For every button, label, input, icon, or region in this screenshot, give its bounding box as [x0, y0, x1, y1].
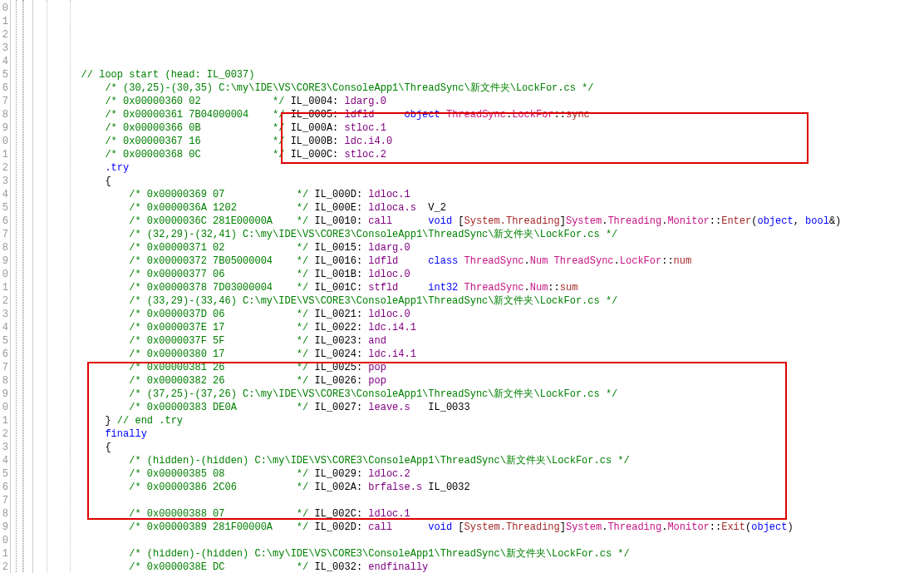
code-area[interactable]: // loop start (head: IL_0037) /* (30,25)… — [33, 0, 924, 573]
line-number: 7 — [0, 228, 8, 241]
line-number: 8 — [0, 241, 8, 254]
code-line[interactable]: /* 0x00000389 281F00000A */ IL_002D: cal… — [33, 521, 924, 534]
code-line[interactable]: /* (32,29)-(32,41) C:\my\IDE\VS\CORE3\Co… — [33, 228, 924, 241]
line-number: 5 — [0, 467, 8, 481]
code-line[interactable]: /* 0x00000382 26 */ IL_0026: pop — [33, 374, 924, 388]
line-number: 4 — [0, 55, 8, 68]
line-number: 7 — [0, 494, 8, 507]
line-number: 1 — [0, 148, 8, 161]
line-number: 5 — [0, 201, 8, 215]
line-number: 8 — [0, 507, 8, 521]
line-number: 1 — [0, 547, 8, 561]
code-line[interactable]: /* (33,29)-(33,46) C:\my\IDE\VS\CORE3\Co… — [33, 294, 924, 308]
code-line[interactable]: /* 0x00000383 DE0A */ IL_0027: leave.s I… — [33, 401, 924, 414]
line-number: 5 — [0, 68, 8, 82]
line-number: 3 — [0, 441, 8, 454]
code-line[interactable]: /* 0x00000380 17 */ IL_0024: ldc.i4.1 — [33, 348, 924, 361]
line-number: 9 — [0, 254, 8, 268]
code-line[interactable]: /* (30,25)-(30,35) C:\my\IDE\VS\CORE3\Co… — [33, 82, 924, 95]
code-line[interactable]: /* 0x0000037E 17 */ IL_0022: ldc.i4.1 — [33, 321, 924, 334]
code-line[interactable]: /* 0x00000361 7B04000004 */ IL_0005: ldf… — [33, 108, 924, 121]
line-number: 0 — [0, 401, 8, 414]
code-line[interactable]: /* 0x00000386 2C06 */ IL_002A: brfalse.s… — [33, 481, 924, 494]
code-line[interactable]: /* (hidden)-(hidden) C:\my\IDE\VS\CORE3\… — [33, 454, 924, 467]
code-line[interactable]: } // end .try — [33, 414, 924, 427]
code-line[interactable]: /* 0x00000366 0B */ IL_000A: stloc.1 — [33, 121, 924, 135]
line-number: 6 — [0, 82, 8, 95]
line-number: 1 — [0, 15, 8, 28]
line-number: 3 — [0, 308, 8, 321]
line-number: 1 — [0, 281, 8, 294]
code-editor[interactable]: 0123456789012345678901234567890123456789… — [0, 0, 924, 573]
line-number: 1 — [0, 414, 8, 427]
code-line[interactable]: /* 0x00000360 02 */ IL_0004: ldarg.0 — [33, 95, 924, 108]
code-line[interactable] — [33, 534, 924, 547]
code-line[interactable]: /* 0x00000378 7D03000004 */ IL_001C: stf… — [33, 281, 924, 294]
code-line[interactable] — [33, 494, 924, 507]
fold-margin — [10, 0, 33, 573]
line-number: 2 — [0, 427, 8, 441]
line-number: 0 — [0, 534, 8, 547]
code-line[interactable]: /* 0x00000368 0C */ IL_000C: stloc.2 — [33, 148, 924, 161]
code-line[interactable]: /* 0x00000372 7B05000004 */ IL_0016: ldf… — [33, 254, 924, 268]
code-line[interactable]: finally — [33, 427, 924, 441]
code-line[interactable]: /* 0x00000367 16 */ IL_000B: ldc.i4.0 — [33, 135, 924, 148]
line-number: 8 — [0, 108, 8, 121]
code-line[interactable]: /* 0x00000381 26 */ IL_0025: pop — [33, 361, 924, 374]
code-line[interactable]: .try — [33, 161, 924, 175]
line-number: 2 — [0, 561, 8, 573]
line-number: 0 — [0, 2, 8, 15]
code-line[interactable]: /* 0x0000036A 1202 */ IL_000E: ldloca.s … — [33, 201, 924, 215]
line-number: 9 — [0, 388, 8, 401]
line-number: 9 — [0, 121, 8, 135]
code-line[interactable]: { — [33, 175, 924, 188]
code-line[interactable]: /* (37,25)-(37,26) C:\my\IDE\VS\CORE3\Co… — [33, 388, 924, 401]
line-number: 3 — [0, 42, 8, 55]
code-line[interactable]: { — [33, 441, 924, 454]
line-number: 5 — [0, 334, 8, 348]
code-line[interactable]: /* 0x00000385 08 */ IL_0029: ldloc.2 — [33, 467, 924, 481]
line-number: 6 — [0, 481, 8, 494]
code-line[interactable]: /* 0x0000038E DC */ IL_0032: endfinally — [33, 561, 924, 573]
line-number-gutter: 0123456789012345678901234567890123456789… — [0, 0, 10, 573]
line-number: 4 — [0, 321, 8, 334]
line-number: 7 — [0, 95, 8, 108]
line-number: 3 — [0, 175, 8, 188]
line-number: 8 — [0, 374, 8, 388]
line-number: 4 — [0, 188, 8, 201]
line-number: 7 — [0, 361, 8, 374]
code-line[interactable]: /* 0x00000388 07 */ IL_002C: ldloc.1 — [33, 507, 924, 521]
line-number: 2 — [0, 28, 8, 42]
code-line[interactable]: /* 0x00000377 06 */ IL_001B: ldloc.0 — [33, 268, 924, 281]
line-number: 4 — [0, 454, 8, 467]
code-line[interactable]: /* (hidden)-(hidden) C:\my\IDE\VS\CORE3\… — [33, 547, 924, 561]
code-line[interactable]: /* 0x00000369 07 */ IL_000D: ldloc.1 — [33, 188, 924, 201]
line-number: 6 — [0, 215, 8, 228]
code-line[interactable]: /* 0x0000037D 06 */ IL_0021: ldloc.0 — [33, 308, 924, 321]
line-number: 0 — [0, 135, 8, 148]
line-number: 2 — [0, 161, 8, 175]
line-number: 2 — [0, 294, 8, 308]
line-number: 9 — [0, 521, 8, 534]
line-number: 6 — [0, 348, 8, 361]
code-line[interactable]: /* 0x00000371 02 */ IL_0015: ldarg.0 — [33, 241, 924, 254]
code-line[interactable]: // loop start (head: IL_0037) — [33, 68, 924, 82]
code-line[interactable]: /* 0x0000036C 281E00000A */ IL_0010: cal… — [33, 215, 924, 228]
code-line[interactable]: /* 0x0000037F 5F */ IL_0023: and — [33, 334, 924, 348]
line-number: 0 — [0, 268, 8, 281]
